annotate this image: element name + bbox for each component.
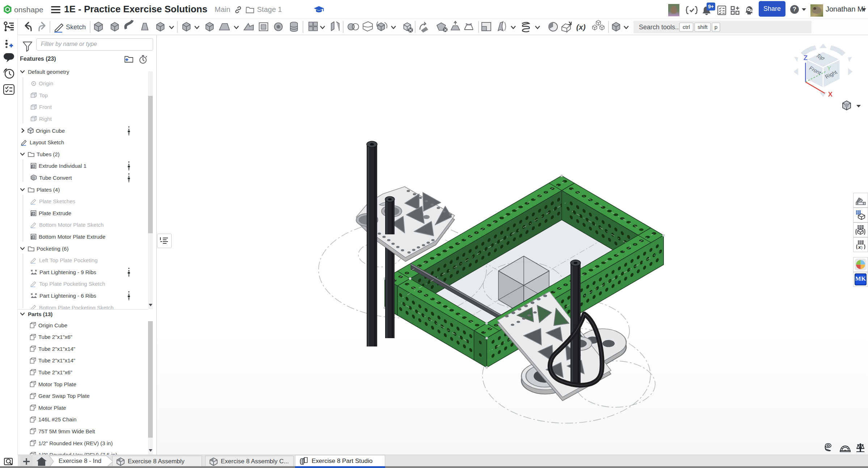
svg-text:(x): (x) bbox=[576, 23, 586, 31]
svg-text:Z: Z bbox=[804, 54, 808, 61]
svg-text:x: x bbox=[858, 244, 861, 250]
svg-text:): ) bbox=[861, 245, 863, 250]
svg-text:ctrl: ctrl bbox=[683, 24, 690, 30]
svg-text:p: p bbox=[715, 24, 717, 30]
svg-text:Y: Y bbox=[827, 65, 831, 72]
svg-text:Sketch: Sketch bbox=[66, 24, 86, 31]
svg-text:X: X bbox=[828, 90, 833, 98]
svg-text:Search tools...: Search tools... bbox=[639, 24, 681, 31]
svg-text:shift: shift bbox=[698, 24, 708, 30]
